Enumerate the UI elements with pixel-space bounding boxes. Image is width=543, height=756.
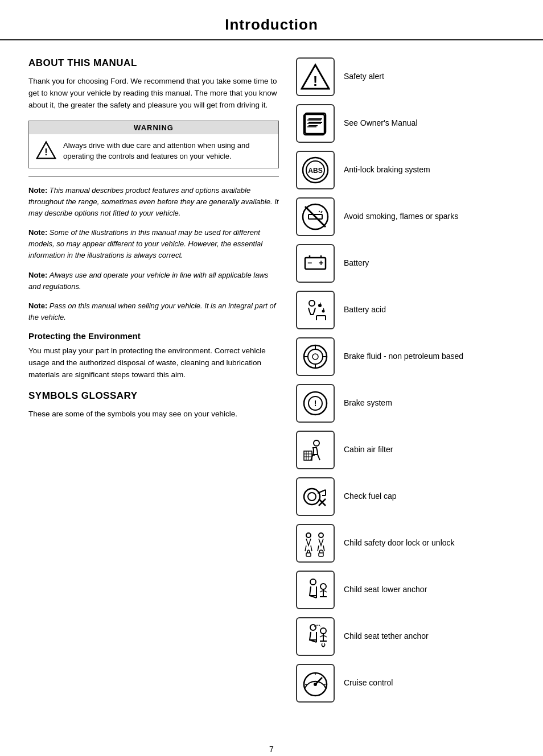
symbol-row-cruise-control: Cruise control: [296, 664, 520, 703]
svg-line-57: [305, 546, 306, 551]
right-column: ! Safety alert See Owner's Manual: [296, 57, 520, 710]
symbol-icon-brake-fluid: [296, 337, 335, 376]
page-header: Introduction: [0, 0, 543, 40]
about-body: Thank you for choosing Ford. We recommen…: [28, 76, 279, 111]
symbol-row-battery-acid: Battery acid: [296, 291, 520, 329]
svg-text:!: !: [44, 147, 47, 157]
symbol-icon-cruise-control: [296, 664, 335, 703]
symbol-icon-safety-alert: !: [296, 57, 335, 96]
svg-text:!: !: [313, 73, 318, 89]
protecting-body: You must play your part in protecting th…: [28, 345, 279, 381]
svg-line-18: [319, 211, 320, 212]
note-3: Note: Always use and operate your vehicl…: [28, 270, 279, 292]
svg-point-25: [309, 300, 315, 306]
symbol-row-child-seat-tether: Child seat tether anchor: [296, 617, 520, 656]
symbol-label-cruise-control: Cruise control: [344, 677, 393, 689]
symbol-icon-check-fuel-cap: [296, 477, 335, 516]
svg-text:!: !: [314, 399, 317, 408]
about-title: ABOUT THIS MANUAL: [28, 57, 279, 69]
svg-point-56: [306, 533, 311, 538]
symbol-label-check-fuel-cap: Check fuel cap: [344, 491, 397, 502]
page-title: Introduction: [0, 16, 543, 34]
svg-text:+: +: [319, 258, 323, 267]
svg-rect-59: [306, 553, 311, 556]
left-column: ABOUT THIS MANUAL Thank you for choosing…: [28, 57, 279, 710]
symbol-row-safety-alert: ! Safety alert: [296, 57, 520, 96]
svg-rect-8: [304, 114, 324, 135]
svg-point-78: [314, 683, 317, 686]
symbol-label-battery-acid: Battery acid: [344, 304, 386, 316]
note-1: Note: This manual describes product feat…: [28, 185, 279, 219]
svg-point-67: [320, 584, 326, 589]
glossary-title: SYMBOLS GLOSSARY: [28, 390, 279, 402]
symbol-label-no-smoking: Avoid smoking, flames or sparks: [344, 211, 458, 222]
symbol-label-brake-fluid: Brake fluid - non petroleum based: [344, 351, 463, 362]
svg-line-43: [318, 455, 320, 460]
symbol-icon-battery: − +: [296, 244, 335, 283]
symbol-label-brake-system: Brake system: [344, 398, 392, 409]
svg-point-33: [312, 354, 318, 360]
symbol-label-abs: Anti-lock braking system: [344, 164, 430, 176]
symbol-icon-battery-acid: [296, 291, 335, 329]
symbol-icon-abs: ABS: [296, 151, 335, 189]
glossary-body: These are some of the symbols you may se…: [28, 408, 279, 420]
svg-line-19: [321, 211, 322, 213]
symbol-icon-cabin-air-filter: [296, 431, 335, 469]
symbol-row-abs: ABS Anti-lock braking system: [296, 151, 520, 189]
symbol-icon-no-smoking: [296, 197, 335, 236]
warning-header: WARNING: [29, 121, 278, 134]
symbol-label-child-safety-door: Child safety door lock or unlock: [344, 538, 455, 549]
warning-text: Always drive with due care and attention…: [63, 140, 272, 162]
svg-point-41: [314, 440, 319, 446]
symbol-label-owners-manual: See Owner's Manual: [344, 118, 418, 129]
svg-point-64: [310, 579, 316, 585]
symbol-row-cabin-air-filter: Cabin air filter: [296, 431, 520, 469]
note-2: Note: Some of the illustrations in this …: [28, 227, 279, 261]
symbol-icon-child-safety-door: [296, 524, 335, 563]
note-4: Note: Pass on this manual when selling y…: [28, 300, 279, 323]
svg-point-73: [320, 628, 326, 634]
page-number: 7: [0, 733, 543, 756]
symbol-icon-owners-manual: [296, 104, 335, 143]
svg-line-61: [318, 546, 319, 551]
svg-point-32: [308, 349, 323, 364]
symbol-row-battery: − + Battery: [296, 244, 520, 283]
warning-body: ! Always drive with due care and attenti…: [29, 134, 278, 168]
divider-after-warning: [28, 176, 279, 177]
svg-line-58: [311, 546, 312, 551]
svg-point-50: [308, 493, 316, 501]
svg-text:−: −: [307, 258, 312, 267]
svg-rect-63: [319, 553, 323, 556]
symbol-row-check-fuel-cap: Check fuel cap: [296, 477, 520, 516]
warning-triangle-icon: !: [36, 140, 56, 160]
warning-box: WARNING ! Always drive with due care and…: [28, 121, 279, 168]
symbol-icon-child-seat-lower: [296, 571, 335, 609]
symbol-icon-brake-system: !: [296, 384, 335, 423]
symbol-row-child-seat-lower: Child seat lower anchor: [296, 571, 520, 609]
symbol-label-child-seat-tether: Child seat tether anchor: [344, 631, 429, 642]
symbol-row-brake-system: ! Brake system: [296, 384, 520, 423]
symbol-label-cabin-air-filter: Cabin air filter: [344, 444, 393, 456]
symbol-row-brake-fluid: Brake fluid - non petroleum based: [296, 337, 520, 376]
protecting-title: Protecting the Environment: [28, 331, 279, 341]
symbol-row-owners-manual: See Owner's Manual: [296, 104, 520, 143]
symbol-icon-child-seat-tether: [296, 617, 335, 656]
symbol-row-child-safety-door: Child safety door lock or unlock: [296, 524, 520, 563]
symbol-label-child-seat-lower: Child seat lower anchor: [344, 584, 427, 596]
symbol-label-battery: Battery: [344, 258, 369, 269]
svg-line-62: [323, 546, 324, 551]
symbol-label-safety-alert: Safety alert: [344, 71, 384, 82]
svg-point-60: [319, 533, 323, 538]
svg-point-49: [304, 489, 320, 505]
svg-text:ABS: ABS: [308, 167, 322, 175]
symbol-row-no-smoking: Avoid smoking, flames or sparks: [296, 197, 520, 236]
